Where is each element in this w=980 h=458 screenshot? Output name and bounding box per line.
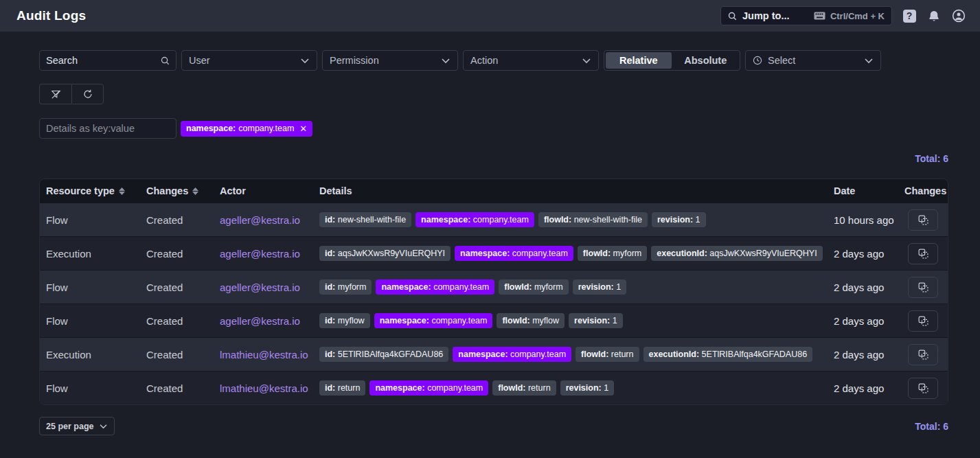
actor-link[interactable]: ageller@kestra.io [220,282,300,293]
action-filter-label: Action [470,55,582,66]
detail-chip: flowId: myform [499,279,568,295]
detail-chip: flowId: myform [578,246,647,261]
col-changes[interactable]: Changes [140,185,214,196]
details-input[interactable] [46,123,170,134]
col-date: Date [828,185,898,196]
date-cell: 10 hours ago [828,214,898,226]
resource-type-cell: Execution [40,248,140,260]
relative-toggle[interactable]: Relative [606,52,672,69]
detail-chip: id: myflow [319,313,370,328]
col-details-label: Details [319,185,352,196]
clock-icon [753,56,762,65]
main-content: User Permission Action Relative Absolute… [0,50,980,435]
changes-cell [898,243,948,264]
date-cell: 2 days ago [828,248,898,260]
detail-chip: revision: 1 [569,313,623,328]
detail-chip: id: aqsJwKXwsR9yVIuERQHYI [319,246,451,261]
namespace-chip: namespace: company.team [376,279,494,295]
time-range-dropdown[interactable]: Select [745,50,881,71]
chevron-down-icon [300,58,310,64]
sort-icon[interactable] [192,187,198,195]
actor-link[interactable]: ageller@kestra.io [220,315,300,327]
user-filter-dropdown[interactable]: User [181,50,317,71]
date-cell: 2 days ago [828,349,898,360]
table-header: Resource type Changes Actor Details Date… [40,179,948,203]
col-resource-type-label: Resource type [46,185,115,196]
detail-chip: id: 5ETlRIBAlfqa4kGFADAU86 [319,347,448,362]
search-filter [39,50,176,71]
search-icon [161,56,170,65]
details-cell: id: new-shell-with-filenamespace: compan… [313,212,828,227]
view-changes-button[interactable] [908,277,938,298]
help-icon: ? [903,10,916,23]
tag-value: company.team [238,124,294,133]
help-button[interactable]: ? [902,8,917,23]
account-button[interactable] [951,8,966,23]
action-filter-dropdown[interactable]: Action [463,50,599,71]
change-cell: Created [140,214,214,226]
col-date-label: Date [834,185,855,196]
audit-logs-table: Resource type Changes Actor Details Date… [39,179,948,405]
col-changes-action: Changes [898,185,948,196]
close-icon[interactable]: ✕ [299,124,307,134]
actor-link[interactable]: ageller@kestra.io [220,214,300,226]
change-cell: Created [140,349,214,360]
actor-link[interactable]: lmathieu@kestra.io [220,382,308,394]
notifications-button[interactable] [926,8,942,23]
jump-to-search[interactable]: Jump to... Ctrl/Cmd + K [720,6,892,25]
actor-cell: ageller@kestra.io [214,315,313,327]
chevron-down-icon [582,58,591,64]
details-cell: id: myflownamespace: company.teamflowId:… [313,313,828,328]
actor-link[interactable]: ageller@kestra.io [220,248,300,260]
filter-actions [39,84,948,104]
changes-cell [898,310,948,332]
table-row: FlowCreatedageller@kestra.ioid: new-shel… [40,203,948,236]
filter-bar: User Permission Action Relative Absolute… [39,50,948,71]
changes-cell [898,378,948,399]
resource-type-cell: Flow [40,282,140,293]
permission-filter-label: Permission [330,55,441,66]
changes-cell [898,277,948,298]
date-cell: 2 days ago [828,282,898,293]
date-cell: 2 days ago [828,382,898,394]
col-details: Details [313,185,828,196]
clear-filters-button[interactable] [39,84,71,104]
change-cell: Created [140,248,214,260]
sort-icon[interactable] [119,187,125,195]
page-title: Audit Logs [16,8,86,23]
view-changes-button[interactable] [908,243,938,264]
change-cell: Created [140,382,214,394]
changes-cell [898,344,948,365]
view-changes-button[interactable] [908,310,938,332]
chevron-down-icon [99,424,108,429]
view-changes-button[interactable] [908,344,938,365]
details-cell: id: aqsJwKXwsR9yVIuERQHYInamespace: comp… [313,246,828,261]
namespace-filter-tag: namespace: company.team ✕ [181,121,312,137]
total-count: Total: 6 [39,153,948,165]
bell-icon [928,10,940,23]
per-page-select[interactable]: 25 per page [39,417,115,435]
absolute-toggle[interactable]: Absolute [673,52,739,69]
detail-chip: revision: 1 [573,279,627,295]
detail-chip: flowId: return [492,380,556,396]
details-cell: id: returnnamespace: company.teamflowId:… [313,380,828,396]
col-resource-type[interactable]: Resource type [40,185,140,196]
per-page-label: 25 per page [46,422,93,431]
permission-filter-dropdown[interactable]: Permission [322,50,458,71]
actor-cell: lmathieu@kestra.io [214,349,313,360]
footer-total-count: Total: 6 [915,421,948,432]
resource-type-cell: Flow [40,315,140,327]
actor-link[interactable]: lmathieu@kestra.io [220,349,308,360]
table-row: FlowCreatedlmathieu@kestra.ioid: returnn… [40,371,948,404]
search-input[interactable] [46,55,161,66]
namespace-chip: namespace: company.team [374,313,493,328]
details-cell: id: 5ETlRIBAlfqa4kGFADAU86namespace: com… [313,347,828,362]
refresh-button[interactable] [71,84,104,104]
detail-chip: id: return [319,380,365,396]
col-changes-action-label: Changes [904,185,946,196]
detail-chip: id: myform [319,279,372,295]
view-changes-button[interactable] [908,209,938,231]
namespace-chip: namespace: company.team [455,246,573,261]
col-actor-label: Actor [220,185,246,196]
view-changes-button[interactable] [908,378,938,399]
